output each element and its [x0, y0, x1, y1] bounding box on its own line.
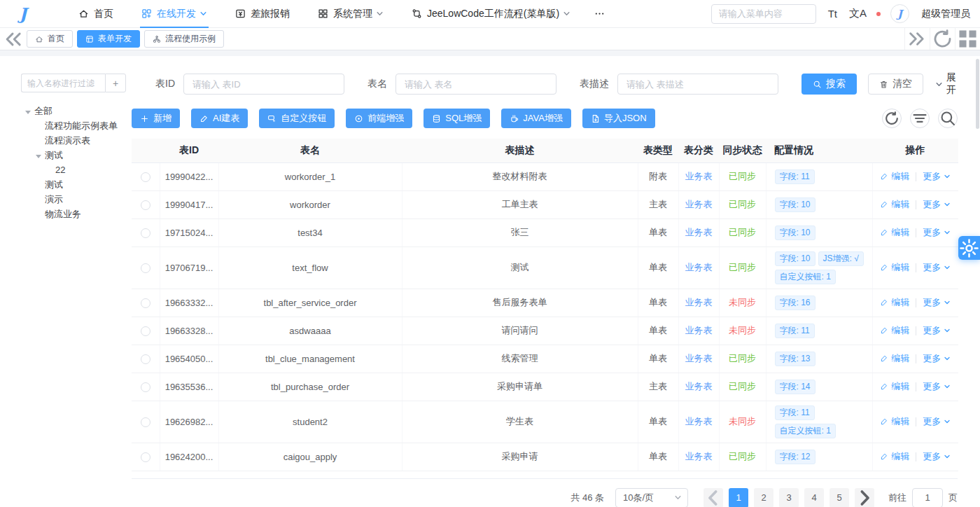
toolbar-button-6[interactable]: 导入JSON	[582, 109, 655, 128]
more-button[interactable]: 更多	[923, 261, 951, 274]
tab-layout-button[interactable]	[955, 28, 980, 50]
page-size-select[interactable]: 10条/页	[615, 488, 688, 507]
settings-fab[interactable]	[958, 236, 980, 260]
page-button-4[interactable]: 4	[804, 488, 824, 507]
page-button-1[interactable]: 1	[729, 488, 748, 507]
edit-button[interactable]: 编辑	[880, 324, 909, 337]
tree-node-2[interactable]: 流程演示表	[21, 133, 126, 148]
more-button[interactable]: 更多	[923, 198, 951, 211]
table-row-0[interactable]: 19990422...workorder_1整改材料附表附表业务表已同步字段: …	[132, 162, 958, 190]
row-radio[interactable]	[141, 298, 150, 308]
tree-node-6[interactable]: 演示	[21, 192, 126, 207]
cell-table-category[interactable]: 业务表	[678, 401, 719, 443]
row-radio[interactable]	[141, 354, 150, 364]
table-row-2[interactable]: 19715024...test34张三单表业务表已同步字段: 10编辑更多	[132, 218, 958, 246]
cell-table-category[interactable]: 业务表	[678, 162, 719, 190]
more-button[interactable]: 更多	[923, 450, 951, 463]
more-button[interactable]: 更多	[923, 352, 951, 365]
goto-page-input[interactable]	[912, 488, 943, 507]
row-radio[interactable]	[141, 263, 150, 273]
toolbar-button-5[interactable]: JAVA增强	[501, 109, 571, 128]
tree-filter-input[interactable]	[21, 74, 105, 92]
more-button[interactable]: 更多	[923, 380, 951, 393]
table-row-8[interactable]: 19626982...student2学生表单表业务表未同步字段: 11自定义按…	[132, 401, 958, 443]
table-row-6[interactable]: 19654050...tbl_clue_management线索管理单表业务表已…	[132, 345, 958, 373]
nav-item-1[interactable]: 在线开发	[127, 0, 221, 27]
cell-table-category[interactable]: 业务表	[678, 190, 719, 218]
font-size-icon[interactable]: Tt	[828, 8, 837, 20]
avatar[interactable]: J	[890, 4, 909, 23]
edit-button[interactable]: 编辑	[880, 296, 909, 309]
toolbar-button-0[interactable]: 新增	[132, 109, 180, 128]
row-radio[interactable]	[141, 452, 150, 462]
expand-toggle[interactable]: 展开	[935, 71, 958, 97]
page-button-5[interactable]: 5	[830, 488, 849, 507]
tab-refresh-button[interactable]	[930, 28, 955, 50]
app-logo[interactable]: J	[0, 4, 46, 23]
clear-button[interactable]: 清空	[868, 74, 923, 95]
nav-item-4[interactable]: JeeLowCode工作流程(菜单版)	[398, 0, 584, 27]
nav-more-button[interactable]	[584, 0, 615, 27]
table-row-7[interactable]: 19635536...tbl_purchase_order采购申请单主表业务表已…	[132, 373, 958, 401]
language-icon[interactable]: 文A	[849, 7, 867, 20]
page-button-3[interactable]: 3	[779, 488, 799, 507]
search-icon[interactable]	[938, 109, 958, 128]
row-radio[interactable]	[141, 172, 150, 182]
more-button[interactable]: 更多	[923, 170, 951, 183]
tree-node-4[interactable]: 22	[21, 162, 126, 177]
tree-node-3[interactable]: 测试	[21, 148, 126, 162]
cell-table-category[interactable]: 业务表	[678, 289, 719, 317]
cell-table-category[interactable]: 业务表	[678, 317, 719, 345]
edit-button[interactable]: 编辑	[880, 198, 909, 211]
tree-node-7[interactable]: 物流业务	[21, 207, 126, 221]
nav-item-2[interactable]: 差旅报销	[221, 0, 304, 27]
search-button[interactable]: 搜索	[802, 74, 857, 95]
cell-table-category[interactable]: 业务表	[678, 345, 719, 373]
nav-item-3[interactable]: 系统管理	[304, 0, 398, 27]
more-button[interactable]: 更多	[923, 226, 951, 239]
search-field-input-0[interactable]	[183, 74, 344, 95]
tab-0[interactable]: 首页	[27, 30, 73, 48]
tab-2[interactable]: 流程使用示例	[144, 30, 224, 48]
tree-node-1[interactable]: 流程功能示例表单	[21, 118, 126, 133]
row-radio[interactable]	[141, 228, 150, 238]
row-radio[interactable]	[141, 417, 150, 427]
tree-node-5[interactable]: 测试	[21, 177, 126, 192]
tree-node-0[interactable]: 全部	[21, 104, 126, 118]
row-radio[interactable]	[141, 200, 150, 210]
toolbar-button-4[interactable]: SQL增强	[424, 109, 490, 128]
search-field-input-1[interactable]	[396, 74, 556, 95]
table-row-5[interactable]: 19663328...asdwaaaa请问请问单表业务表未同步字段: 11编辑更…	[132, 317, 958, 345]
refresh-icon[interactable]	[882, 109, 902, 128]
more-button[interactable]: 更多	[923, 296, 951, 309]
edit-button[interactable]: 编辑	[880, 170, 909, 183]
table-row-1[interactable]: 19990417...workorder工单主表主表业务表已同步字段: 10编辑…	[132, 190, 958, 218]
edit-button[interactable]: 编辑	[880, 380, 909, 393]
cell-table-category[interactable]: 业务表	[678, 218, 719, 246]
edit-button[interactable]: 编辑	[880, 352, 909, 365]
toolbar-button-2[interactable]: 自定义按钮	[259, 109, 335, 128]
more-button[interactable]: 更多	[923, 415, 951, 428]
search-field-input-2[interactable]	[617, 74, 778, 95]
username[interactable]: 超级管理员	[921, 8, 970, 20]
cell-table-category[interactable]: 业务表	[678, 373, 719, 401]
add-category-button[interactable]: +	[105, 74, 126, 92]
more-button[interactable]: 更多	[923, 324, 951, 337]
column-settings-icon[interactable]	[910, 109, 930, 128]
row-radio[interactable]	[141, 326, 150, 336]
table-row-3[interactable]: 19706719...text_flow测试单表业务表已同步字段: 10JS增强…	[132, 246, 958, 289]
edit-button[interactable]: 编辑	[880, 450, 909, 463]
edit-button[interactable]: 编辑	[880, 226, 909, 239]
table-row-9[interactable]: 19624200...caigou_apply采购申请单表业务表已同步字段: 1…	[132, 443, 958, 471]
tabs-scroll-right-button[interactable]	[904, 28, 930, 50]
edit-button[interactable]: 编辑	[880, 261, 909, 274]
menu-search-input[interactable]	[711, 4, 816, 24]
table-row-4[interactable]: 19663332...tbl_after_service_order售后服务表单…	[132, 289, 958, 317]
toolbar-button-1[interactable]: AI建表	[191, 109, 248, 128]
cell-table-category[interactable]: 业务表	[678, 246, 719, 289]
page-button-2[interactable]: 2	[754, 488, 774, 507]
prev-page-button[interactable]	[704, 488, 723, 507]
row-radio[interactable]	[141, 382, 150, 392]
nav-item-0[interactable]: 首页	[64, 0, 127, 27]
toolbar-button-3[interactable]: 前端增强	[346, 109, 412, 128]
